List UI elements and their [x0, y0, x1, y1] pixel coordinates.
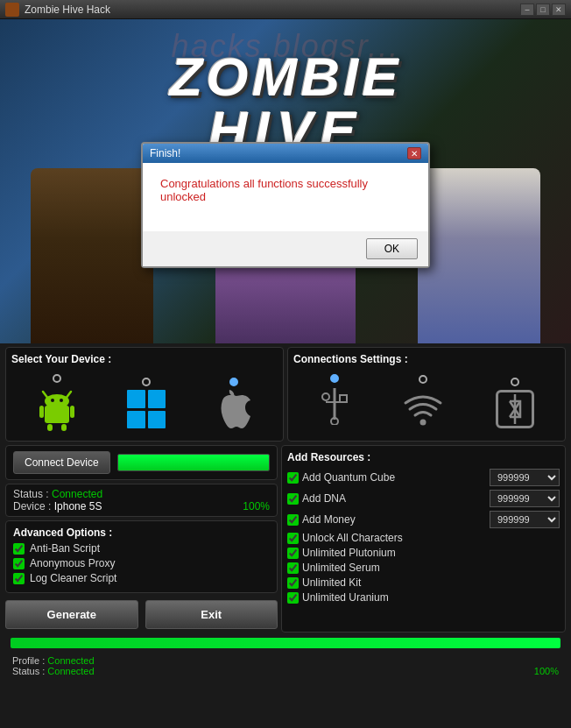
log-cleaner-checkbox[interactable]	[13, 573, 25, 584]
generate-button[interactable]: Generate	[5, 600, 138, 629]
win-quad-tr	[148, 390, 166, 408]
windows-icon	[127, 390, 166, 428]
close-button[interactable]: ✕	[552, 4, 566, 16]
status-row: Status : Connected Device : Iphone 5S 10…	[5, 484, 278, 517]
device-percent: 100%	[243, 500, 270, 512]
apple-device-item[interactable]	[215, 378, 253, 428]
anti-ban-item: Anti-Ban Script	[13, 542, 270, 555]
action-buttons: Generate Exit	[5, 597, 278, 633]
dna-select[interactable]: 999999	[490, 490, 560, 507]
svg-point-3	[51, 399, 54, 402]
control-row: Connect Device Status : Connected Device…	[5, 445, 566, 633]
unlimited-uranium-checkbox[interactable]	[287, 592, 299, 604]
android-icon	[36, 386, 78, 432]
android-radio[interactable]	[53, 374, 61, 383]
win-quad-tl	[127, 390, 145, 408]
svg-point-4	[60, 399, 63, 402]
title-bar: Zombie Hive Hack – □ ✕	[0, 0, 571, 19]
usb-item[interactable]	[319, 374, 350, 432]
footer-profile-value: Connected	[47, 655, 94, 666]
device-section: Select Your Device :	[5, 347, 284, 442]
window-title: Zombie Hive Hack	[25, 4, 110, 16]
money-item: Add Money 999999	[287, 511, 560, 528]
device-icons	[11, 371, 278, 435]
apple-icon	[215, 390, 253, 428]
footer-status-line: Status : Connected	[12, 666, 95, 676]
win-quad-bl	[127, 411, 145, 429]
left-controls: Connect Device Status : Connected Device…	[5, 445, 278, 633]
dialog-close-button[interactable]: ✕	[407, 147, 421, 159]
unlimited-kit-item: Unlimited Kit	[287, 576, 560, 589]
footer-status-label: Status :	[12, 666, 45, 676]
main-panel: Select Your Device :	[0, 343, 571, 683]
footer-profile-label: Profile :	[12, 655, 45, 666]
log-cleaner-label: Log Cleaner Script	[30, 572, 116, 584]
unlimited-serum-checkbox[interactable]	[287, 562, 299, 574]
device-label: Device :	[13, 500, 51, 512]
log-cleaner-item: Log Cleaner Script	[13, 572, 270, 584]
money-select[interactable]: 999999	[490, 511, 560, 528]
bt-radio[interactable]	[511, 378, 519, 386]
svg-rect-6	[39, 406, 44, 418]
right-resources: Add Resources : Add Quantum Cube 999999 …	[281, 445, 566, 633]
hero-area: hacks.blogsr... ZOMBIE HIVE Finish! ✕ Co…	[0, 19, 571, 343]
exit-button[interactable]: Exit	[145, 600, 278, 629]
quantum-cube-label: Add Quantum Cube	[302, 471, 486, 484]
maximize-button[interactable]: □	[536, 4, 550, 16]
wifi-radio[interactable]	[419, 375, 427, 384]
apple-radio[interactable]	[229, 378, 238, 386]
quantum-cube-checkbox[interactable]	[287, 472, 299, 484]
minimize-button[interactable]: –	[520, 4, 534, 16]
connect-device-button[interactable]: Connect Device	[13, 451, 110, 474]
dialog-overlay: Finish! ✕ Congratulations all functions …	[0, 19, 571, 343]
anti-ban-checkbox[interactable]	[13, 543, 25, 555]
bluetooth-icon	[496, 390, 534, 428]
quantum-cube-select[interactable]: 999999	[490, 469, 560, 486]
unlimited-uranium-label: Unlimited Uranium	[302, 591, 389, 604]
android-device-item[interactable]	[36, 374, 78, 432]
windows-radio[interactable]	[142, 378, 151, 386]
finish-dialog: Finish! ✕ Congratulations all functions …	[141, 142, 430, 268]
unlock-chars-checkbox[interactable]	[287, 533, 299, 544]
svg-point-12	[322, 393, 329, 400]
device-value: Iphone 5S	[54, 500, 102, 512]
bluetooth-item[interactable]	[496, 378, 534, 428]
device-section-label: Select Your Device :	[11, 353, 278, 365]
connect-bar: Connect Device	[5, 445, 278, 480]
unlock-chars-label: Unlock All Characters	[302, 532, 403, 544]
win-quad-br	[148, 411, 166, 429]
resources-label: Add Resources :	[287, 451, 560, 463]
unlimited-plut-label: Unlimited Plutonium	[302, 547, 396, 559]
unlimited-kit-label: Unlimited Kit	[302, 576, 361, 589]
svg-point-15	[419, 419, 426, 425]
dialog-titlebar: Finish! ✕	[143, 144, 428, 163]
dialog-body: Congratulations all functions successful…	[143, 163, 428, 231]
dna-label: Add DNA	[302, 492, 486, 505]
unlimited-plut-checkbox[interactable]	[287, 548, 299, 559]
anti-ban-label: Anti-Ban Script	[30, 542, 100, 555]
anon-proxy-label: Anonymous Proxy	[30, 557, 115, 569]
anon-proxy-checkbox[interactable]	[13, 558, 25, 569]
unlimited-kit-checkbox[interactable]	[287, 577, 299, 589]
money-label: Add Money	[302, 513, 486, 526]
advanced-section: Advanced Options : Anti-Ban Script Anony…	[5, 520, 278, 593]
usb-radio[interactable]	[330, 374, 339, 383]
footer-percent: 100%	[534, 666, 559, 676]
connection-icons	[293, 371, 560, 435]
dialog-message: Congratulations all functions successful…	[160, 177, 411, 203]
status-label: Status :	[13, 488, 49, 500]
windows-device-item[interactable]	[127, 378, 166, 428]
advanced-title: Advanced Options :	[13, 527, 270, 539]
wifi-icon	[402, 387, 444, 432]
unlock-chars-item: Unlock All Characters	[287, 532, 560, 544]
ok-button[interactable]: OK	[366, 238, 418, 259]
unlimited-serum-item: Unlimited Serum	[287, 562, 560, 574]
wifi-item[interactable]	[402, 375, 444, 432]
title-bar-left: Zombie Hive Hack	[5, 3, 110, 17]
progress-bar-fill	[118, 455, 269, 470]
footer-profile-line: Profile : Connected	[12, 655, 95, 666]
window-controls: – □ ✕	[520, 4, 566, 16]
dna-checkbox[interactable]	[287, 493, 299, 505]
money-checkbox[interactable]	[287, 514, 299, 526]
bottom-progress-bar	[11, 638, 560, 648]
